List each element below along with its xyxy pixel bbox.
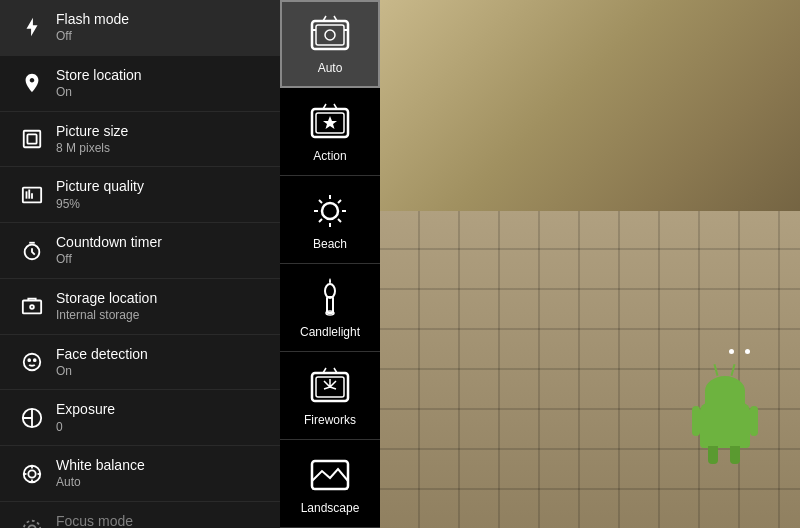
picture-size-text: Picture size 8 M pixels [50, 122, 266, 157]
android-arm-left [692, 406, 700, 436]
svg-rect-1 [24, 131, 41, 148]
auto-scene-label: Auto [318, 61, 343, 75]
android-leg-left [708, 446, 718, 464]
store-location-title: Store location [56, 66, 266, 84]
svg-rect-8 [23, 301, 41, 314]
camera-preview [380, 0, 800, 528]
scene-item-auto[interactable]: Auto [280, 0, 380, 88]
face-detection-value: On [56, 364, 266, 380]
svg-point-11 [28, 359, 30, 361]
storage-location-value: Internal storage [56, 308, 266, 324]
svg-point-21 [24, 521, 41, 528]
svg-marker-0 [27, 18, 38, 36]
fireworks-scene-label: Fireworks [304, 413, 356, 427]
picture-quality-text: Picture quality 95% [50, 177, 266, 212]
flash-mode-icon [14, 16, 50, 38]
face-detection-title: Face detection [56, 345, 266, 363]
countdown-timer-icon [14, 240, 50, 262]
exposure-title: Exposure [56, 400, 266, 418]
candlelight-scene-icon [306, 276, 354, 321]
svg-rect-27 [316, 25, 344, 45]
setting-item-flash-mode[interactable]: Flash mode Off [0, 0, 280, 56]
exposure-value: 0 [56, 420, 266, 436]
svg-point-10 [24, 354, 41, 371]
white-balance-title: White balance [56, 456, 266, 474]
scene-item-action[interactable]: Action [280, 88, 380, 176]
svg-point-31 [322, 203, 338, 219]
setting-item-exposure[interactable]: Exposure 0 [0, 390, 280, 446]
action-scene-label: Action [313, 149, 346, 163]
scene-item-landscape[interactable]: Landscape [280, 440, 380, 528]
store-location-text: Store location On [50, 66, 266, 101]
scene-item-fireworks[interactable]: Fireworks [280, 352, 380, 440]
picture-size-icon [14, 128, 50, 150]
svg-point-9 [30, 305, 34, 309]
svg-point-28 [325, 30, 335, 40]
setting-item-picture-quality[interactable]: Picture quality 95% [0, 167, 280, 223]
countdown-timer-title: Countdown timer [56, 233, 266, 251]
face-detection-icon [14, 351, 50, 373]
svg-line-36 [319, 200, 322, 203]
storage-location-title: Storage location [56, 289, 266, 307]
android-leg-right [730, 446, 740, 464]
exposure-text: Exposure 0 [50, 400, 266, 435]
white-balance-icon [14, 463, 50, 485]
setting-item-picture-size[interactable]: Picture size 8 M pixels [0, 112, 280, 168]
flash-mode-text: Flash mode Off [50, 10, 266, 45]
focus-mode-icon [14, 518, 50, 528]
focus-mode-text: Focus mode Continuous [50, 512, 266, 528]
storage-location-text: Storage location Internal storage [50, 289, 266, 324]
white-balance-value: Auto [56, 475, 266, 491]
setting-item-storage-location[interactable]: Storage location Internal storage [0, 279, 280, 335]
picture-quality-title: Picture quality [56, 177, 266, 195]
beach-scene-label: Beach [313, 237, 347, 251]
setting-item-white-balance[interactable]: White balance Auto [0, 446, 280, 502]
android-eye-left [729, 349, 734, 354]
white-balance-text: White balance Auto [50, 456, 266, 491]
landscape-scene-icon [306, 452, 354, 497]
setting-item-countdown-timer[interactable]: Countdown timer Off [0, 223, 280, 279]
android-arm-right [750, 406, 758, 436]
picture-size-title: Picture size [56, 122, 266, 140]
setting-item-focus-mode: Focus mode Continuous [0, 502, 280, 528]
face-detection-text: Face detection On [50, 345, 266, 380]
svg-line-38 [319, 219, 322, 222]
android-eye-right [745, 349, 750, 354]
picture-quality-value: 95% [56, 197, 266, 213]
android-body [700, 403, 750, 448]
countdown-timer-text: Countdown timer Off [50, 233, 266, 268]
auto-scene-icon [306, 13, 354, 57]
scene-item-beach[interactable]: Beach [280, 176, 380, 264]
svg-point-15 [28, 470, 35, 477]
svg-point-40 [325, 284, 335, 298]
countdown-timer-value: Off [56, 252, 266, 268]
exposure-icon [14, 407, 50, 429]
settings-panel: Flash mode Off Store location On Picture… [0, 0, 280, 528]
picture-quality-icon [14, 184, 50, 206]
store-location-icon [14, 72, 50, 94]
storage-location-icon [14, 295, 50, 317]
svg-point-12 [34, 359, 36, 361]
setting-item-face-detection[interactable]: Face detection On [0, 335, 280, 391]
scene-item-candlelight[interactable]: Candlelight [280, 264, 380, 352]
focus-mode-title: Focus mode [56, 512, 266, 528]
landscape-scene-label: Landscape [301, 501, 360, 515]
svg-line-37 [338, 219, 341, 222]
candlelight-scene-label: Candlelight [300, 325, 360, 339]
action-scene-icon [306, 100, 354, 145]
flash-mode-value: Off [56, 29, 266, 45]
store-location-value: On [56, 85, 266, 101]
svg-line-39 [338, 200, 341, 203]
svg-rect-2 [27, 134, 36, 143]
picture-size-value: 8 M pixels [56, 141, 266, 157]
flash-mode-title: Flash mode [56, 10, 266, 28]
scene-panel: Auto Action Beach Candlelight Fireworks … [280, 0, 380, 528]
android-head [705, 376, 745, 406]
android-mascot [690, 368, 760, 448]
beach-scene-icon [306, 188, 354, 233]
setting-item-store-location[interactable]: Store location On [0, 56, 280, 112]
fireworks-scene-icon [306, 364, 354, 409]
